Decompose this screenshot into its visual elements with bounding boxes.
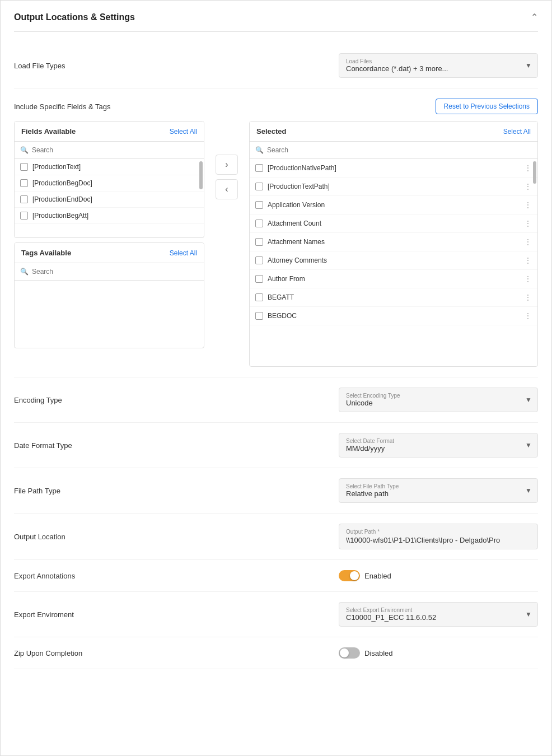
selected-select-all[interactable]: Select All bbox=[503, 128, 531, 136]
drag-handle-4[interactable]: ⋮ bbox=[524, 237, 532, 246]
page-container: Output Locations & Settings ⌃ Load File … bbox=[0, 0, 552, 756]
zip-upon-completion-toggle-label: Disabled bbox=[364, 649, 393, 657]
field-item: [ProductionText] bbox=[15, 159, 204, 175]
date-format-dropdown-arrow: ▼ bbox=[525, 441, 532, 449]
export-environment-dropdown-label: Select Export Environment bbox=[346, 607, 520, 613]
field-checkbox-2[interactable] bbox=[20, 195, 28, 203]
field-name-3: [ProductionBegAtt] bbox=[32, 212, 88, 220]
selected-panel-title: Selected bbox=[256, 127, 286, 136]
tags-available-panel: Tags Available Select All 🔍 bbox=[14, 242, 204, 348]
selected-checkbox-6[interactable] bbox=[255, 275, 263, 283]
file-path-type-label: File Path Type bbox=[14, 487, 339, 495]
fields-available-search-input[interactable] bbox=[32, 146, 198, 154]
date-format-dropdown[interactable]: Select Date Format MM/dd/yyyy ▼ bbox=[339, 433, 538, 458]
export-annotations-toggle-label: Enabled bbox=[364, 572, 391, 580]
zip-upon-completion-toggle[interactable] bbox=[339, 647, 360, 659]
selected-scrollbar bbox=[533, 161, 536, 184]
encoding-type-control: Select Encoding Type Unicode ▼ bbox=[339, 388, 538, 412]
tags-available-search-box: 🔍 bbox=[15, 263, 204, 281]
selected-name-3: Attachment Count bbox=[268, 220, 522, 227]
drag-handle-0[interactable]: ⋮ bbox=[524, 164, 532, 172]
output-path-input-label: Output Path * bbox=[346, 529, 531, 535]
selected-search-icon: 🔍 bbox=[255, 146, 264, 154]
encoding-type-dropdown-value: Unicode bbox=[346, 399, 373, 407]
field-name-0: [ProductionText] bbox=[32, 163, 81, 171]
load-files-dropdown[interactable]: Load Files Concordance (*.dat) + 3 more.… bbox=[339, 53, 538, 78]
fields-available-list: [ProductionText] [ProductionBegDoc] [Pro… bbox=[15, 159, 204, 237]
selected-checkbox-4[interactable] bbox=[255, 238, 263, 246]
export-environment-dropdown[interactable]: Select Export Environment C10000_P1_ECC … bbox=[339, 602, 538, 627]
fields-available-panel: Fields Available Select All 🔍 [Productio… bbox=[14, 121, 204, 238]
drag-handle-1[interactable]: ⋮ bbox=[524, 182, 532, 191]
selected-name-7: BEGATT bbox=[268, 293, 522, 301]
date-format-control: Select Date Format MM/dd/yyyy ▼ bbox=[339, 433, 538, 458]
drag-handle-6[interactable]: ⋮ bbox=[524, 274, 532, 283]
date-format-dropdown-label: Select Date Format bbox=[346, 438, 520, 444]
selected-checkbox-8[interactable] bbox=[255, 312, 263, 320]
field-checkbox-3[interactable] bbox=[20, 212, 28, 220]
output-location-row: Output Location Output Path * \\10000-wf… bbox=[14, 514, 538, 560]
selected-checkbox-1[interactable] bbox=[255, 183, 263, 190]
page-title: Output Locations & Settings bbox=[14, 12, 135, 22]
left-panels: Fields Available Select All 🔍 [Productio… bbox=[14, 121, 204, 348]
field-name-2: [ProductionEndDoc] bbox=[32, 195, 92, 203]
tags-available-header: Tags Available Select All bbox=[15, 243, 204, 263]
export-annotations-label: Export Annotations bbox=[14, 572, 339, 580]
file-path-type-dropdown[interactable]: Select File Path Type Relative path ▼ bbox=[339, 478, 538, 503]
zip-upon-completion-toggle-row: Disabled bbox=[339, 647, 538, 659]
fields-section: Include Specific Fields & Tags Reset to … bbox=[14, 88, 538, 377]
export-annotations-row: Export Annotations Enabled bbox=[14, 560, 538, 592]
collapse-icon[interactable]: ⌃ bbox=[531, 12, 538, 22]
selected-checkbox-0[interactable] bbox=[255, 164, 263, 172]
reset-button[interactable]: Reset to Previous Selections bbox=[436, 99, 538, 114]
field-checkbox-0[interactable] bbox=[20, 163, 28, 171]
zip-upon-completion-row: Zip Upon Completion Disabled bbox=[14, 637, 538, 669]
fields-available-header: Fields Available Select All bbox=[15, 122, 204, 142]
drag-handle-2[interactable]: ⋮ bbox=[524, 200, 532, 209]
zip-upon-completion-toggle-thumb bbox=[340, 648, 349, 657]
load-file-types-control: Load Files Concordance (*.dat) + 3 more.… bbox=[339, 53, 538, 78]
load-file-types-row: Load File Types Load Files Concordance (… bbox=[14, 43, 538, 88]
move-left-button[interactable]: ‹ bbox=[216, 179, 238, 199]
selected-checkbox-7[interactable] bbox=[255, 293, 263, 301]
selected-list: [ProductionNativePath] ⋮ [ProductionText… bbox=[250, 159, 537, 366]
selected-checkbox-5[interactable] bbox=[255, 256, 263, 264]
move-right-button[interactable]: › bbox=[216, 155, 238, 175]
selected-checkbox-3[interactable] bbox=[255, 220, 263, 227]
selected-item: [ProductionNativePath] ⋮ bbox=[250, 159, 537, 178]
file-path-type-row: File Path Type Select File Path Type Rel… bbox=[14, 468, 538, 514]
selected-item: Application Version ⋮ bbox=[250, 196, 537, 214]
export-environment-control: Select Export Environment C10000_P1_ECC … bbox=[339, 602, 538, 627]
drag-handle-8[interactable]: ⋮ bbox=[524, 311, 532, 320]
field-checkbox-1[interactable] bbox=[20, 179, 28, 187]
zip-upon-completion-label: Zip Upon Completion bbox=[14, 649, 339, 657]
output-location-label: Output Location bbox=[14, 533, 339, 541]
tags-available-select-all[interactable]: Select All bbox=[170, 249, 197, 257]
tags-available-search-icon: 🔍 bbox=[20, 268, 29, 276]
selected-item: BEGATT ⋮ bbox=[250, 288, 537, 307]
encoding-type-dropdown[interactable]: Select Encoding Type Unicode ▼ bbox=[339, 388, 538, 412]
arrow-buttons: › ‹ bbox=[211, 155, 242, 199]
export-annotations-toggle-row: Enabled bbox=[339, 570, 538, 581]
selected-name-4: Attachment Names bbox=[268, 238, 522, 246]
drag-handle-5[interactable]: ⋮ bbox=[524, 256, 532, 265]
selected-name-2: Application Version bbox=[268, 201, 522, 209]
load-file-types-label: Load File Types bbox=[14, 62, 339, 70]
export-environment-dropdown-arrow: ▼ bbox=[525, 610, 532, 618]
selected-search-box: 🔍 bbox=[250, 142, 537, 159]
selected-name-5: Attorney Comments bbox=[268, 256, 522, 264]
fields-available-search-icon: 🔍 bbox=[20, 146, 29, 154]
tags-available-search-input[interactable] bbox=[32, 268, 198, 276]
selected-search-input[interactable] bbox=[267, 146, 532, 154]
tags-available-title: Tags Available bbox=[21, 249, 71, 257]
selected-checkbox-2[interactable] bbox=[255, 201, 263, 209]
encoding-type-dropdown-arrow: ▼ bbox=[525, 396, 532, 404]
fields-section-title: Include Specific Fields & Tags bbox=[14, 102, 110, 111]
export-annotations-toggle[interactable] bbox=[339, 570, 360, 581]
output-path-input-wrapper[interactable]: Output Path * \\10000-wfs01\P1-D1\Client… bbox=[339, 524, 538, 549]
fields-available-select-all[interactable]: Select All bbox=[170, 128, 197, 136]
drag-handle-3[interactable]: ⋮ bbox=[524, 219, 532, 228]
drag-handle-7[interactable]: ⋮ bbox=[524, 293, 532, 302]
page-header: Output Locations & Settings ⌃ bbox=[14, 12, 538, 32]
export-environment-row: Export Enviroment Select Export Environm… bbox=[14, 592, 538, 637]
